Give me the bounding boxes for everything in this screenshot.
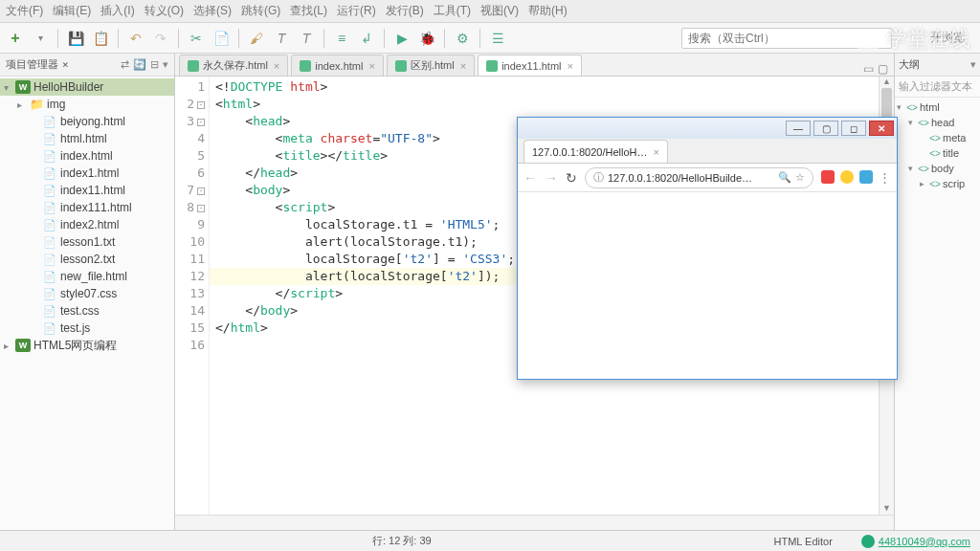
- outline-item[interactable]: ▾<>head: [895, 115, 980, 130]
- menu-item[interactable]: 文件(F): [6, 3, 43, 19]
- outline-item[interactable]: <>meta: [895, 130, 980, 145]
- misc-icon[interactable]: ☰: [488, 29, 507, 48]
- outline-item[interactable]: ▾<>body: [895, 161, 980, 176]
- tree-item[interactable]: index.html: [0, 147, 174, 165]
- browser-tab[interactable]: 127.0.0.1:8020/HelloH… ×: [523, 140, 668, 163]
- outline-item[interactable]: <>title: [895, 145, 980, 161]
- tree-item[interactable]: lesson1.txt: [0, 233, 174, 251]
- font-icon[interactable]: T: [272, 29, 291, 48]
- tree-item[interactable]: html.html: [0, 130, 174, 147]
- paint-icon[interactable]: 🖌: [247, 29, 266, 48]
- maximize-button[interactable]: ◻: [841, 121, 866, 136]
- run-icon[interactable]: ▶: [392, 29, 412, 48]
- txt-icon: [42, 235, 57, 249]
- menu-item[interactable]: 跳转(G): [241, 3, 280, 19]
- editor-tab[interactable]: index.html×: [291, 55, 384, 76]
- maximize-icon[interactable]: ▢: [878, 62, 888, 76]
- close-icon[interactable]: ×: [460, 60, 466, 72]
- menu-icon[interactable]: ▾: [163, 58, 168, 71]
- tree-item[interactable]: lesson2.txt: [0, 251, 174, 268]
- tree-item[interactable]: index111.html: [0, 199, 174, 216]
- forward-icon[interactable]: →: [545, 170, 558, 186]
- back-icon[interactable]: ←: [523, 170, 537, 186]
- close-icon[interactable]: ×: [653, 146, 658, 158]
- new-file-button[interactable]: +: [6, 29, 25, 48]
- outline-item[interactable]: ▾<>html: [895, 99, 980, 115]
- ext-icon[interactable]: [859, 170, 873, 184]
- user-email[interactable]: 44810049@qq.com: [879, 536, 970, 547]
- global-search-input[interactable]: [681, 28, 892, 49]
- outline-filter[interactable]: 输入过滤器文本: [895, 77, 980, 98]
- tree-item[interactable]: ▸📁img: [0, 96, 174, 113]
- menu-item[interactable]: 工具(T): [434, 3, 471, 19]
- close-icon[interactable]: ×: [368, 60, 374, 72]
- menu-item[interactable]: 选择(S): [193, 3, 232, 19]
- wrap-icon[interactable]: ↲: [357, 29, 376, 48]
- ext-icon[interactable]: [840, 170, 854, 184]
- menu-item[interactable]: 运行(R): [337, 3, 376, 19]
- tree-item[interactable]: test.js: [0, 320, 174, 337]
- url-input[interactable]: ⓘ 127.0.0.1:8020/HelloHBuilde… 🔍 ☆: [585, 167, 813, 188]
- html-icon: [42, 132, 57, 145]
- outline-item[interactable]: ▸<>scrip: [895, 176, 980, 191]
- tree-item[interactable]: style07.css: [0, 285, 174, 302]
- menu-icon[interactable]: ▾: [970, 58, 976, 71]
- close-icon[interactable]: ×: [62, 58, 69, 71]
- horizontal-scrollbar[interactable]: [175, 515, 894, 530]
- menu-item[interactable]: 查找(L): [290, 3, 327, 19]
- scroll-down-icon[interactable]: ▼: [880, 503, 894, 515]
- tree-item[interactable]: index1.html: [0, 165, 174, 182]
- outline-tree[interactable]: ▾<>html▾<>head<>meta<>title▾<>body▸<>scr…: [895, 98, 980, 193]
- editor-tab[interactable]: index11.html×: [478, 55, 582, 76]
- settings-icon[interactable]: ⚙: [453, 29, 472, 48]
- menu-item[interactable]: 插入(I): [100, 3, 134, 19]
- save-icon[interactable]: 💾: [66, 29, 85, 48]
- ext-icon[interactable]: [821, 170, 835, 184]
- editor-tab[interactable]: 永久保存.html×: [179, 55, 288, 76]
- info-icon[interactable]: ⓘ: [593, 170, 604, 185]
- tree-item[interactable]: new_file.html: [0, 268, 174, 285]
- link-icon[interactable]: ⇄: [121, 58, 129, 71]
- close-button[interactable]: ✕: [869, 121, 894, 136]
- chevron-down-icon[interactable]: ▾: [31, 29, 50, 48]
- minimize-icon[interactable]: ▭: [863, 62, 874, 76]
- menu-item[interactable]: 视图(V): [480, 3, 519, 19]
- menu-icon[interactable]: ⋮: [879, 170, 891, 185]
- minimize-button[interactable]: —: [786, 121, 811, 136]
- menu-item[interactable]: 编辑(E): [53, 3, 91, 19]
- scroll-up-icon[interactable]: ▲: [880, 77, 894, 88]
- search-icon[interactable]: 🔍: [778, 171, 791, 184]
- menu-item[interactable]: 发行(B): [386, 3, 424, 19]
- view-mode-label[interactable]: 开浏览: [930, 30, 965, 46]
- star-icon[interactable]: ☆: [795, 171, 805, 184]
- browser-tabs: 127.0.0.1:8020/HelloH… ×: [518, 139, 897, 164]
- editor-tab[interactable]: 区别.html×: [387, 55, 475, 76]
- browser-titlebar[interactable]: — ▢ ◻ ✕: [518, 118, 897, 139]
- scissors-icon[interactable]: ✂: [187, 29, 206, 48]
- close-icon[interactable]: ×: [568, 60, 573, 72]
- tree-item[interactable]: ▾WHelloHBuilder: [0, 78, 174, 96]
- project-tree[interactable]: ▾WHelloHBuilder▸📁imgbeiyong.htmlhtml.htm…: [0, 77, 174, 530]
- undo-icon[interactable]: ↶: [126, 29, 145, 48]
- maximize-button[interactable]: ▢: [813, 121, 838, 136]
- font-icon[interactable]: T: [297, 29, 316, 48]
- close-icon[interactable]: ×: [274, 60, 279, 72]
- align-icon[interactable]: ≡: [332, 29, 351, 48]
- tree-item[interactable]: index2.html: [0, 216, 174, 233]
- tab-label: 永久保存.html: [203, 58, 268, 73]
- paste-icon[interactable]: 📄: [212, 29, 231, 48]
- collapse-icon[interactable]: ⊟: [150, 58, 159, 71]
- reload-icon[interactable]: ↻: [566, 170, 577, 186]
- tree-item[interactable]: test.css: [0, 302, 174, 320]
- copy-icon[interactable]: 📋: [91, 29, 110, 48]
- redo-icon[interactable]: ↷: [151, 29, 170, 48]
- tree-item-label: html.html: [60, 132, 107, 145]
- refresh-icon[interactable]: 🔄: [133, 58, 146, 71]
- menu-item[interactable]: 转义(O): [145, 3, 184, 19]
- menu-item[interactable]: 帮助(H): [528, 3, 568, 19]
- tree-item[interactable]: beiyong.html: [0, 113, 174, 130]
- browser-window[interactable]: — ▢ ◻ ✕ 127.0.0.1:8020/HelloH… × ← → ↻ ⓘ…: [517, 117, 898, 380]
- tree-item[interactable]: index11.html: [0, 182, 174, 199]
- tree-item[interactable]: ▸WHTML5网页编程: [0, 337, 174, 354]
- debug-icon[interactable]: 🐞: [417, 29, 436, 48]
